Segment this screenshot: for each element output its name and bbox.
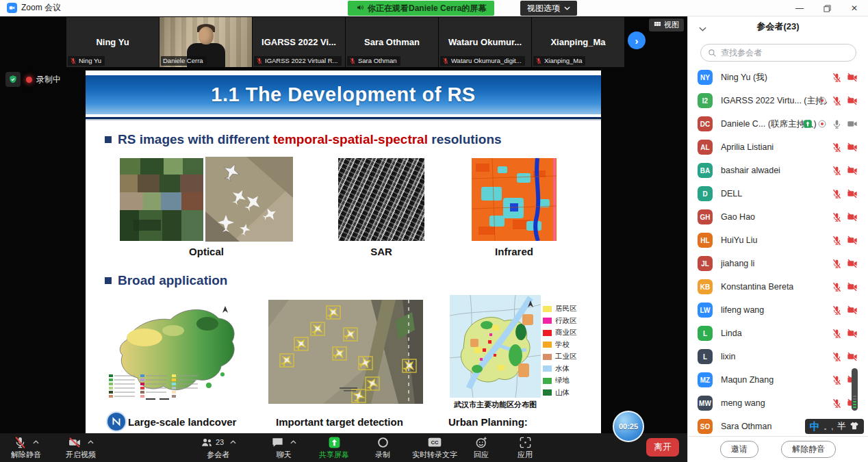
legend-swatch [543, 330, 552, 336]
video-tile[interactable]: Wataru Okumur...Wataru Okumura_digit... [439, 17, 531, 67]
tile-name-label: Xianping_Ma [533, 56, 585, 66]
participant-row[interactable]: DDELL [688, 182, 868, 205]
participant-row[interactable]: Llixin [688, 345, 868, 368]
participant-row[interactable]: NYNing Yu (我) [688, 66, 868, 89]
leave-button[interactable]: 离开 [646, 438, 679, 457]
legend-item: 居民区 [543, 304, 577, 313]
ime-language-toggle[interactable]: 中 [810, 420, 820, 433]
avatar: LW [698, 303, 713, 318]
strip-next-button[interactable]: › [628, 31, 646, 49]
participant-name: Maqun Zhang [721, 375, 774, 385]
record-button[interactable]: 录制 [375, 435, 390, 460]
live-transcript-button[interactable]: CC 实时转录文字 [412, 435, 457, 460]
is-recording-icon [817, 96, 827, 105]
participant-row[interactable]: I2IGARSS 2022 Virtu... (主持人) [688, 89, 868, 112]
legend-label: 行政区 [555, 316, 577, 326]
participant-status-icons [832, 235, 858, 246]
restore-button[interactable] [813, 0, 841, 16]
ime-width-toggle[interactable]: 半 [837, 420, 846, 433]
camera-off-icon [847, 165, 858, 176]
legend-item: 绿地 [543, 376, 577, 385]
window-titlebar: Zoom 会议 你正在观看Daniele Cerra的屏幕 视图选项 — ✕ [0, 0, 868, 16]
legend-label: 山体 [555, 388, 570, 398]
apps-button[interactable]: 应用 [518, 435, 533, 460]
legend-label: 商业区 [555, 328, 577, 337]
share-screen-button[interactable]: 共享屏幕 [319, 435, 349, 460]
participant-row[interactable]: MWmeng wang [688, 392, 868, 415]
timer-widget[interactable]: 00:25 [613, 411, 644, 442]
participant-row[interactable]: DCDaniele C... (联席主持人) [688, 112, 868, 136]
unmute-all-button[interactable]: 解除静音 [781, 441, 836, 458]
participant-name: Linda [721, 329, 742, 338]
ime-skin-icon[interactable] [850, 420, 859, 433]
camera-off-icon [847, 258, 858, 269]
slide-title-banner: 1.1 The Development of RS [86, 75, 601, 114]
start-video-button[interactable]: 开启视频 [66, 435, 96, 460]
unmute-button[interactable]: 解除静音 [11, 435, 41, 460]
reactions-button[interactable]: 回应 [474, 435, 489, 460]
is-recording-icon [817, 119, 827, 129]
participant-search[interactable] [700, 44, 856, 62]
video-tile[interactable]: Ning YuNing Yu [66, 17, 159, 67]
participants-options-chevron[interactable] [230, 440, 236, 444]
avatar: NY [698, 70, 713, 85]
mic-muted-icon [832, 166, 842, 176]
chat-options-chevron[interactable] [290, 440, 296, 444]
participant-row[interactable]: HLHuiYu Liu [688, 229, 868, 252]
participant-name: Aprilia Listiani [721, 142, 774, 152]
mic-muted-icon [832, 235, 842, 246]
avatar: SO [698, 419, 713, 434]
avatar: KB [698, 279, 713, 294]
participant-row[interactable]: JLjiahang li [688, 252, 868, 275]
reactions-icon [475, 436, 488, 449]
video-options-chevron[interactable] [88, 440, 94, 444]
close-button[interactable]: ✕ [841, 0, 868, 16]
optical-fields-image [120, 158, 203, 241]
legend-label: 水体 [555, 364, 570, 374]
label-sar: SAR [338, 246, 424, 257]
video-film-strip: Ning YuNing YuDaniele CerraIGARSS 2022 V… [66, 17, 624, 67]
participants-button[interactable]: 23 参会者 [200, 435, 236, 460]
participant-status-icons [832, 305, 858, 316]
mic-muted-icon [256, 57, 263, 64]
participant-status-icons [832, 72, 858, 83]
participant-name: bashair alwadei [721, 166, 780, 175]
avatar: AL [698, 140, 713, 155]
gallery-view-button[interactable]: 视图 [649, 18, 684, 31]
screen-watch-text: 你正在观看Daniele Cerra的屏幕 [368, 3, 486, 14]
video-tile[interactable]: IGARSS 2022 Vi...IGARSS 2022 Virtual R..… [253, 17, 345, 67]
participant-row[interactable]: MZMaqun Zhang [688, 368, 868, 392]
chat-button[interactable]: 聊天 [271, 435, 296, 460]
mic-icon [832, 119, 842, 129]
ime-punctuation-toggle[interactable]: 。, [824, 422, 833, 432]
participant-row[interactable]: LLinda [688, 322, 868, 345]
legend-swatch [543, 306, 552, 312]
participant-row[interactable]: KBKonstantina Bereta [688, 275, 868, 298]
meeting-toolbar: 解除静音 开启视频 23 参会者 聊天 共享屏幕 录制 [0, 433, 687, 462]
scrollbar-thumb[interactable] [852, 368, 858, 411]
ime-toolbar[interactable]: 中 。, 半 [805, 419, 864, 434]
view-options-button[interactable]: 视图选项 [520, 1, 577, 16]
participant-row[interactable]: ALAprilia Listiani [688, 136, 868, 159]
mic-muted-icon [832, 142, 842, 153]
camera-off-icon [847, 142, 858, 153]
video-tile[interactable]: Daniele Cerra [159, 17, 252, 67]
mic-muted-icon [832, 329, 842, 339]
invite-button[interactable]: 邀请 [720, 441, 758, 458]
search-input[interactable] [721, 48, 837, 57]
mic-muted-icon [832, 398, 842, 409]
participant-row[interactable]: LWlifeng wang [688, 298, 868, 322]
legend-swatch [543, 378, 552, 384]
minimize-button[interactable]: — [786, 0, 813, 16]
camera-off-icon [847, 188, 858, 199]
video-tile[interactable]: Xianping_MaXianping_Ma [532, 17, 624, 67]
participant-row[interactable]: BAbashair alwadei [688, 159, 868, 182]
participant-row[interactable]: GHGao Hao [688, 205, 868, 229]
participant-status-icons [832, 281, 858, 292]
video-tile[interactable]: Sara OthmanSara Othman [346, 17, 438, 67]
mic-muted-icon [832, 259, 842, 269]
avatar: HL [698, 233, 713, 248]
audio-options-chevron[interactable] [33, 440, 39, 444]
security-shield-icon[interactable] [5, 72, 21, 87]
legend-label: 工业区 [555, 352, 577, 361]
